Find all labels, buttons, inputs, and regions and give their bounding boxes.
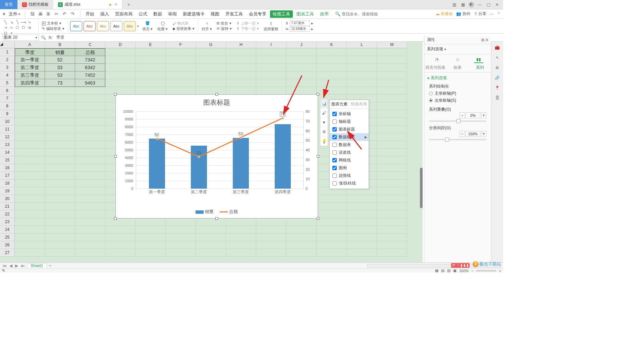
checkbox[interactable]	[332, 173, 337, 178]
row-header[interactable]: 2	[0, 56, 14, 64]
style-preset[interactable]: Abc	[110, 21, 122, 31]
row-header[interactable]: 23	[0, 218, 14, 226]
cell[interactable]	[136, 79, 166, 87]
cell[interactable]	[196, 71, 226, 79]
cell[interactable]	[317, 71, 347, 79]
cell[interactable]	[317, 64, 347, 71]
cell[interactable]: 第三季度	[15, 71, 45, 79]
cell[interactable]	[75, 187, 105, 195]
cell[interactable]	[15, 195, 45, 203]
tab-home[interactable]: 首页	[0, 0, 17, 9]
col-header[interactable]: L	[347, 42, 377, 48]
send-back-button[interactable]: ⬇ 下移一层 ▾	[236, 26, 259, 31]
cell[interactable]	[136, 56, 166, 64]
cell[interactable]	[136, 71, 166, 79]
menu-layout[interactable]: 页面布局	[113, 9, 135, 18]
cell[interactable]	[105, 226, 136, 234]
checkbox[interactable]	[332, 181, 337, 186]
cell[interactable]	[347, 203, 377, 210]
cell[interactable]	[347, 87, 377, 95]
cell[interactable]	[15, 87, 45, 95]
location-icon[interactable]: 📍	[494, 85, 501, 91]
menu-start[interactable]: 开始	[83, 9, 97, 18]
cell[interactable]: 73	[45, 79, 75, 87]
cell[interactable]	[136, 87, 166, 95]
command-search-input[interactable]	[342, 12, 382, 16]
row-header[interactable]: 13	[0, 141, 14, 149]
coop-button[interactable]: 👥 协作	[456, 11, 470, 17]
chart-element-item[interactable]: 误差线	[330, 149, 369, 156]
cell[interactable]	[15, 218, 45, 226]
incr-button[interactable]: +	[481, 131, 486, 137]
cell[interactable]	[317, 195, 347, 203]
cell[interactable]	[105, 64, 136, 71]
cell[interactable]	[377, 64, 407, 71]
cell[interactable]	[377, 71, 407, 79]
cell[interactable]	[196, 56, 226, 64]
cell[interactable]: 季度	[15, 48, 45, 56]
view-reading-icon[interactable]: ▣	[453, 268, 457, 272]
cell[interactable]	[166, 79, 196, 87]
cell[interactable]	[226, 241, 256, 249]
chart-element-item[interactable]: 图表标题	[330, 126, 369, 133]
cell[interactable]	[347, 210, 377, 218]
row-header[interactable]: 18	[0, 180, 14, 187]
cell[interactable]	[105, 48, 136, 56]
view-break-icon[interactable]: ▧	[447, 268, 450, 272]
cell[interactable]	[15, 187, 45, 195]
shape-styles[interactable]: Abc Abc Abc Abc Abc ▾	[70, 21, 139, 31]
cell[interactable]	[377, 149, 407, 156]
cell[interactable]	[196, 48, 226, 56]
cell[interactable]	[166, 249, 196, 257]
pin-icon[interactable]: ⧉	[481, 38, 484, 42]
cell[interactable]	[256, 87, 286, 95]
cell[interactable]: 第一季度	[15, 56, 45, 64]
cell[interactable]	[196, 241, 226, 249]
cell[interactable]	[15, 102, 45, 110]
cell[interactable]	[15, 156, 45, 164]
series-dropdown[interactable]: 系列选项 ▾	[424, 44, 491, 54]
row-header[interactable]: 7	[0, 95, 14, 102]
redo-icon[interactable]: ↷	[70, 11, 75, 17]
cell[interactable]	[45, 87, 75, 95]
line-series[interactable]	[136, 111, 304, 189]
cell[interactable]	[196, 87, 226, 95]
style-preset[interactable]: Abc	[97, 21, 109, 31]
format-painter-button[interactable]: 🖌 格式刷	[172, 21, 195, 26]
spell-icon[interactable]: ✎	[2, 268, 5, 272]
cell[interactable]: 7342	[75, 56, 105, 64]
chart-settings-icon[interactable]: ⚙	[320, 127, 328, 137]
cell[interactable]	[75, 141, 105, 149]
row-header[interactable]: 20	[0, 195, 14, 203]
menu-view[interactable]: 视图	[208, 9, 222, 18]
incr-button[interactable]: +	[481, 112, 486, 118]
cell[interactable]	[226, 218, 256, 226]
cell[interactable]	[105, 87, 136, 95]
cell[interactable]	[45, 156, 75, 164]
cell[interactable]	[317, 226, 347, 234]
cell[interactable]: 7452	[75, 71, 105, 79]
name-box[interactable]: 图表 10▾	[2, 35, 39, 41]
cell[interactable]	[317, 203, 347, 210]
cell[interactable]	[286, 241, 317, 249]
row-header[interactable]: 8	[0, 102, 14, 110]
chart-filter-icon[interactable]: ▼	[320, 118, 328, 127]
cell[interactable]	[317, 210, 347, 218]
cell[interactable]	[15, 149, 45, 156]
cell[interactable]	[347, 241, 377, 249]
style-preset[interactable]: Abc	[70, 21, 82, 31]
chart-element-item[interactable]: 涨/跌柱线	[330, 180, 369, 187]
zoom-out-icon[interactable]: −	[471, 269, 473, 273]
cell[interactable]	[286, 48, 317, 56]
cell[interactable]	[226, 79, 256, 87]
cell[interactable]	[286, 64, 317, 71]
cell[interactable]	[196, 64, 226, 71]
align-button[interactable]: ⫞对齐 ▾	[200, 20, 213, 32]
chart-brush-icon[interactable]: 🖌	[320, 108, 328, 118]
row-header[interactable]: 22	[0, 210, 14, 218]
last-sheet-icon[interactable]: ⏭	[20, 263, 25, 268]
cell[interactable]	[166, 234, 196, 241]
cell[interactable]	[196, 79, 226, 87]
cell[interactable]	[377, 56, 407, 64]
cell[interactable]	[317, 241, 347, 249]
